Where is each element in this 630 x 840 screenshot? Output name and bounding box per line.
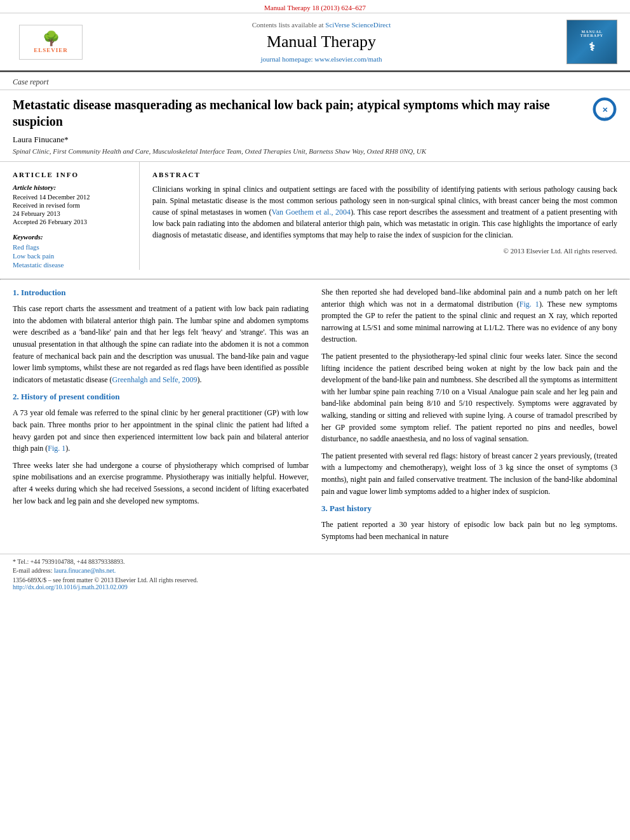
abstract-ref-link[interactable]: Van Goethem et al., 2004 (271, 208, 351, 217)
journal-logo-block: MANUAL THERAPY ⚕ (554, 20, 617, 64)
journal-reference-bar: Manual Therapy 18 (2013) 624–627 (0, 0, 630, 13)
keywords-label: Keywords: (13, 233, 130, 241)
history-item-4: Accepted 26 February 2013 (13, 218, 130, 225)
elsevier-logo-block: 🌳 ELSEVIER (13, 25, 89, 60)
journal-title-block: Contents lists available at SciVerse Sci… (89, 21, 554, 63)
history-item-1: Received 14 December 2012 (13, 194, 130, 201)
article-info-heading: ARTICLE INFO (13, 171, 130, 178)
section2-para2: Three weeks later she had undergone a co… (13, 460, 309, 507)
elsevier-logo: 🌳 ELSEVIER (19, 25, 83, 60)
abstract-text: Clinicians working in spinal clinics and… (152, 183, 617, 241)
ref-fig1-1[interactable]: Fig. 1 (48, 444, 65, 453)
article-title-block: Metastatic disease masquerading as mecha… (13, 97, 592, 155)
article-history-label: Article history: (13, 183, 130, 191)
article-info-column: ARTICLE INFO Article history: Received 1… (13, 162, 140, 270)
footer-area: * Tel.: +44 7939104788, +44 88379338893.… (0, 554, 630, 599)
doi-line: http://dx.doi.org/10.1016/j.math.2013.02… (13, 583, 617, 590)
article-type-label: Case report (0, 72, 630, 90)
history-item-3: 24 February 2013 (13, 210, 130, 217)
abstract-heading: ABSTRACT (152, 171, 617, 178)
section1-heading: 1. Introduction (13, 286, 309, 299)
article-info-abstract-area: ARTICLE INFO Article history: Received 1… (0, 162, 630, 270)
svg-text:✕: ✕ (602, 106, 608, 114)
elsevier-brand-text: ELSEVIER (34, 47, 68, 53)
section1-para1: This case report charts the assessment a… (13, 303, 309, 385)
manual-therapy-logo: MANUAL THERAPY ⚕ (566, 20, 617, 64)
right-para3: The patient presented with several red f… (321, 450, 617, 497)
footnote-email-label: E-mail address: (13, 567, 52, 574)
ref-greenhalgh[interactable]: Greenhalgh and Selfe, 2009 (112, 375, 198, 384)
journal-homepage: journal homepage: www.elsevier.com/math (102, 55, 541, 63)
logo-icon: ⚕ (589, 40, 596, 54)
elsevier-tree-icon: 🌳 (43, 30, 60, 47)
crossmark-logo: ✕ CrossMark (592, 97, 617, 122)
section3-heading: 3. Past history (321, 502, 617, 515)
doi-link[interactable]: http://dx.doi.org/10.1016/j.math.2013.02… (13, 583, 128, 590)
keyword-1[interactable]: Red flags (13, 243, 130, 251)
abstract-section: ABSTRACT Clinicians working in spinal cl… (152, 162, 617, 270)
body-content-area: 1. Introduction This case report charts … (0, 286, 630, 547)
logo-line2: THERAPY (580, 34, 603, 37)
body-right-column: She then reported she had developed band… (321, 286, 617, 547)
section2-para1: A 73 year old female was referred to the… (13, 407, 309, 454)
history-item-2: Received in revised form (13, 202, 130, 209)
footnote-email-line: E-mail address: laura.finucane@nhs.net. (13, 567, 617, 574)
article-title: Metastatic disease masquerading as mecha… (13, 97, 579, 130)
article-title-area: Metastatic disease masquerading as mecha… (0, 90, 630, 162)
journal-reference: Manual Therapy 18 (2013) 624–627 (264, 4, 366, 11)
journal-title: Manual Therapy (102, 32, 541, 51)
body-left-column: 1. Introduction This case report charts … (13, 286, 309, 547)
keyword-3[interactable]: Metastatic disease (13, 261, 130, 269)
author-affiliation: Spinal Clinic, First Community Health an… (13, 147, 579, 155)
author-name: Laura Finucane* (13, 135, 579, 145)
ref-fig1-2[interactable]: Fig. 1 (519, 300, 539, 309)
footnote-email-link[interactable]: laura.finucane@nhs.net. (54, 567, 116, 574)
article-type-text: Case report (13, 77, 49, 86)
journal-header: 🌳 ELSEVIER Contents lists available at S… (0, 13, 630, 72)
right-para2: The patient presented to the physiothera… (321, 350, 617, 445)
svg-text:CrossMark: CrossMark (598, 116, 612, 119)
sciverse-link[interactable]: SciVerse ScienceDirect (325, 21, 391, 29)
keywords-section: Keywords: Red flags Low back pain Metast… (13, 233, 130, 269)
copyright-notice: © 2013 Elsevier Ltd. All rights reserved… (152, 247, 617, 255)
keyword-2[interactable]: Low back pain (13, 252, 130, 260)
section2-heading: 2. History of present condition (13, 390, 309, 403)
issn-line: 1356-689X/$ – see front matter © 2013 El… (13, 577, 617, 583)
right-para1: She then reported she had developed band… (321, 286, 617, 345)
section3-para1: The patient reported a 30 year history o… (321, 519, 617, 542)
footnote-section: * Tel.: +44 7939104788, +44 88379338893.… (13, 554, 617, 590)
sciverse-line: Contents lists available at SciVerse Sci… (102, 21, 541, 29)
footnote-tel: * Tel.: +44 7939104788, +44 88379338893. (13, 558, 617, 565)
body-divider (0, 279, 630, 280)
